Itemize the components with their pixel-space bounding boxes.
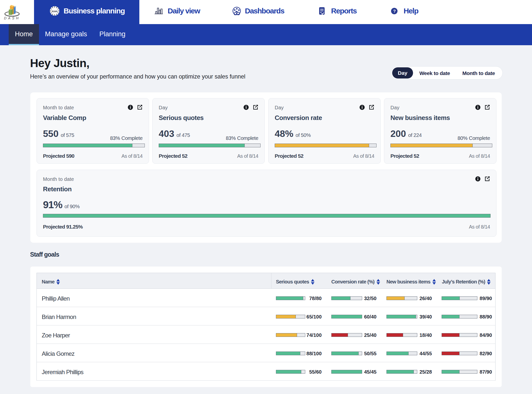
- svg-text:icon: icon: [52, 10, 58, 13]
- svg-text:?: ?: [393, 9, 396, 13]
- svg-text:DASH: DASH: [4, 16, 20, 20]
